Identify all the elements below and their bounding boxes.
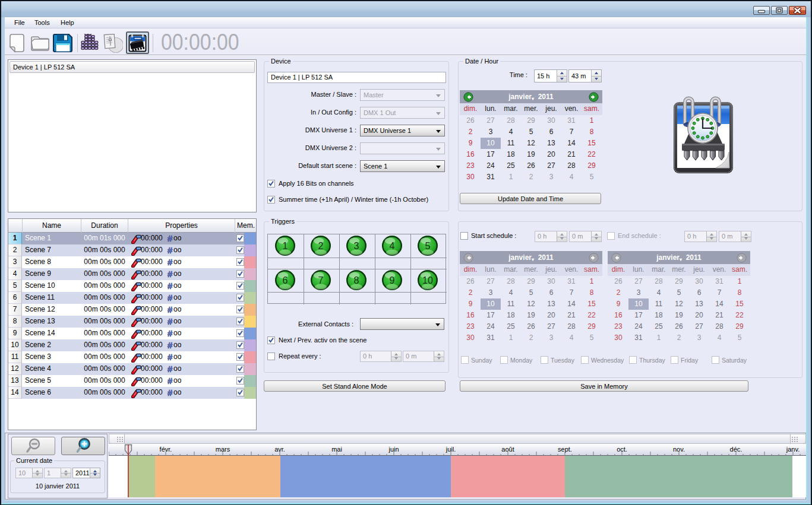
svg-text:5: 5 bbox=[425, 241, 431, 251]
svg-text:1: 1 bbox=[283, 241, 288, 251]
svg-text:3: 3 bbox=[354, 241, 359, 251]
svg-text:#: # bbox=[168, 269, 173, 279]
svg-text:#: # bbox=[168, 258, 173, 267]
svg-text:8: 8 bbox=[354, 275, 359, 285]
svg-text:2: 2 bbox=[318, 241, 324, 251]
svg-text:#: # bbox=[168, 293, 173, 303]
svg-text:9: 9 bbox=[390, 275, 395, 285]
svg-text:#: # bbox=[168, 246, 173, 255]
svg-text:#: # bbox=[168, 281, 173, 291]
svg-text:4: 4 bbox=[390, 241, 395, 251]
svg-text:#: # bbox=[168, 317, 173, 326]
svg-text:#: # bbox=[168, 305, 173, 315]
svg-text:#: # bbox=[168, 388, 173, 398]
svg-text:#: # bbox=[168, 341, 173, 350]
svg-text:6: 6 bbox=[283, 275, 288, 285]
svg-text:#: # bbox=[168, 376, 173, 386]
svg-text:#: # bbox=[168, 352, 173, 362]
svg-text:#: # bbox=[168, 234, 173, 243]
svg-text:#: # bbox=[168, 329, 173, 338]
svg-text:10: 10 bbox=[422, 275, 433, 285]
svg-text:#: # bbox=[168, 364, 173, 374]
svg-text:7: 7 bbox=[318, 275, 324, 285]
